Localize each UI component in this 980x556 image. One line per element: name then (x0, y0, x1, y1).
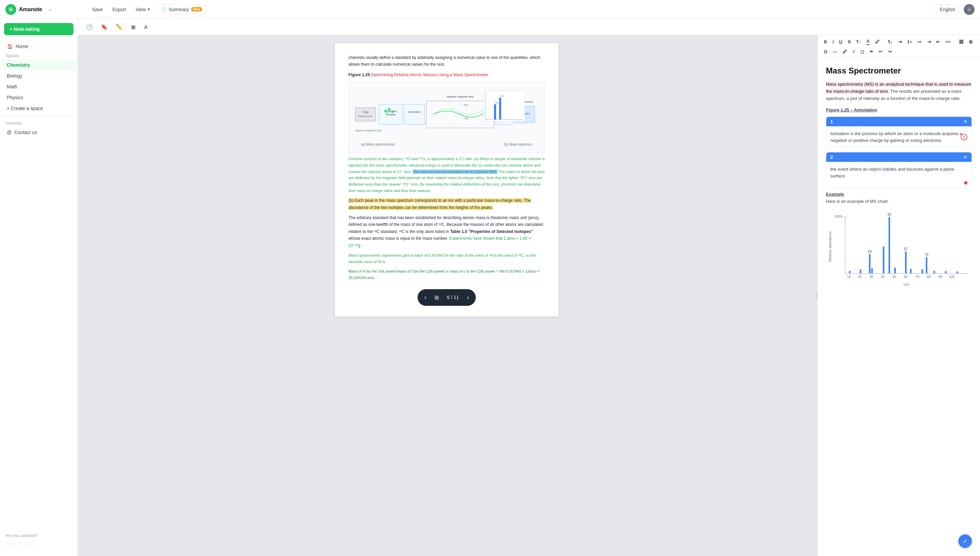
save-button[interactable]: Save (89, 5, 107, 14)
omega-button[interactable]: Ω (822, 48, 829, 55)
svg-rect-37 (869, 254, 870, 273)
table-button[interactable]: ⊞ (967, 38, 975, 46)
redo-button[interactable]: ↪ (886, 48, 894, 55)
svg-point-7 (384, 110, 387, 112)
paragraph-button[interactable]: ¶↕ (886, 38, 894, 46)
svg-rect-41 (889, 217, 890, 273)
annotation-1-close-button[interactable]: ✕ (964, 119, 967, 124)
toolbar-layers-button[interactable]: ▣ (128, 22, 139, 32)
sidebar-item-physics[interactable]: Physics (2, 92, 76, 103)
sidebar-item-math[interactable]: Math (2, 81, 76, 92)
eyedropper-button[interactable]: ✒ (868, 48, 875, 55)
font-color-button[interactable]: A (865, 37, 872, 46)
pdf-body-1: chemists usually define a standard by ar… (349, 54, 545, 68)
star-3[interactable]: ☆ (18, 540, 23, 546)
shape-button[interactable]: ◻ (859, 48, 866, 55)
italic-button[interactable]: I (830, 38, 836, 46)
unordered-list-button[interactable]: •≡ (915, 38, 923, 46)
notes-content[interactable]: Mass Spectrometer Mass spectrometry (MS)… (818, 58, 980, 556)
pdf-figure-image: Cl₂(g) Electron stream Dissociation; Ion… (349, 82, 545, 153)
example-label: Example (826, 192, 972, 197)
pdf-panel[interactable]: chemists usually define a standard by ar… (78, 35, 815, 556)
indent-button[interactable]: ⇥ (896, 38, 904, 46)
star-1[interactable]: ☆ (5, 540, 10, 546)
annotation-2-close-button[interactable]: ✕ (964, 154, 967, 160)
figure-link[interactable]: Determining Relative Atomic Masses Using… (371, 73, 489, 77)
app-logo-text: Amanote (19, 6, 42, 13)
satisfaction-label: Are you satisfied? (5, 533, 72, 538)
toolbar-text-button[interactable]: A (141, 22, 150, 32)
svg-text:70: 70 (915, 275, 919, 279)
undo-button[interactable]: ↩ (877, 48, 885, 55)
language-button[interactable]: English (935, 5, 960, 15)
annotation-box-1: 1 ✕ Ionisation is the process by which a… (826, 116, 972, 148)
indent-increase-button[interactable]: ⇥ (925, 38, 933, 46)
bold-button[interactable]: B (822, 38, 829, 46)
annotation-header-2: 2 ✕ (826, 152, 972, 162)
svg-rect-51 (945, 271, 947, 273)
create-space-button[interactable]: + Create a space (2, 103, 76, 114)
toolbar-bookmark-button[interactable]: 🔖 (98, 22, 110, 32)
page-navigation: ‹ ⊞ 6 / 11 › (418, 289, 476, 306)
svg-text:100: 100 (949, 275, 955, 279)
pdf-text-content: chemists usually define a standard by ar… (349, 54, 545, 281)
collapse-sidebar-button[interactable]: « (49, 7, 52, 12)
sidebar-item-biology[interactable]: Biology (2, 70, 76, 81)
star-5[interactable]: ☆ (30, 540, 34, 546)
ordered-list-button[interactable]: 1≡ (905, 38, 914, 46)
logo-area: Amanote « (5, 4, 83, 15)
notes-intro: Mass spectrometry (MS) is an analytical … (826, 81, 972, 102)
notes-figure-link[interactable]: Figure 1.25 – Annotation (826, 107, 972, 112)
confirm-button[interactable]: ✓ (958, 534, 972, 548)
strikethrough-button[interactable]: S (846, 38, 852, 46)
star-rating[interactable]: ☆ ☆ ☆ ☆ ☆ (5, 540, 72, 546)
sidebar-item-home[interactable]: 🏠 Home (2, 40, 76, 52)
svg-rect-47 (922, 269, 923, 273)
svg-text:60: 60 (904, 275, 908, 279)
user-avatar[interactable]: U (964, 4, 975, 15)
svg-text:43: 43 (887, 213, 891, 217)
svg-rect-40 (883, 247, 885, 273)
summary-button[interactable]: 📄 Summary New (157, 5, 206, 15)
clock-icon: 🕐 (86, 24, 93, 30)
star-2[interactable]: ☆ (11, 540, 16, 546)
svg-point-10 (386, 112, 389, 115)
notes-title: Mass Spectrometer (826, 66, 972, 76)
svg-text:Cl₂(g): Cl₂(g) (362, 111, 368, 113)
toolbar-pencil-button[interactable]: ✏️ (113, 22, 125, 32)
highlight-button[interactable]: 🖍 (873, 38, 882, 46)
topbar-right: English U (935, 4, 975, 15)
prev-page-button[interactable]: ‹ (420, 291, 430, 304)
grid-view-button[interactable]: ⊞ (430, 291, 443, 304)
align-button[interactable]: ≡≡ (943, 38, 953, 46)
underline-button[interactable]: U (837, 38, 844, 46)
sidebar-item-contact[interactable]: @ Contact us (2, 127, 76, 138)
pdf-green-text-1: Chlorine consists of two isotopes, ³⁵Cl … (349, 156, 545, 194)
example-text: Here is an example of MS chart. (826, 199, 972, 204)
page-indicator: 6 / 11 (443, 294, 463, 300)
star-4[interactable]: ☆ (24, 540, 29, 546)
toolbar-clock-button[interactable]: 🕐 (83, 22, 95, 32)
fig-caption-a: (a) Mass spectrometer (361, 142, 395, 147)
sidebar-item-chemistry[interactable]: Chemistry (2, 60, 76, 70)
image-button[interactable]: 🖼 (957, 38, 965, 46)
svg-rect-43 (894, 268, 896, 273)
home-icon: 🏠 (7, 44, 13, 49)
fig-caption-b: (b) Mass spectrum (504, 142, 532, 147)
svg-rect-44 (905, 252, 907, 273)
indent-decrease-button[interactable]: ⇤ (934, 38, 942, 46)
view-button[interactable]: View ▼ (132, 5, 154, 14)
main-layout: + Note-taking 🏠 Home Spaces Chemistry Bi… (0, 19, 980, 556)
contact-icon: @ (7, 130, 11, 135)
sidebar-bottom: Are you satisfied? ☆ ☆ ☆ ☆ ☆ (0, 528, 77, 552)
text-size-button[interactable]: T↕ (854, 38, 863, 46)
note-taking-button[interactable]: + Note-taking (4, 23, 73, 35)
sqrt-button[interactable]: √ (850, 48, 857, 55)
export-button[interactable]: Export (109, 5, 129, 14)
svg-text:Applied magnetic field: Applied magnetic field (447, 95, 473, 98)
hr-button[interactable]: — (831, 48, 839, 55)
summary-new-badge: New (191, 7, 202, 11)
sidebar-divider (0, 116, 77, 117)
next-page-button[interactable]: › (463, 291, 473, 304)
pen-button[interactable]: 🖊 (841, 48, 849, 55)
